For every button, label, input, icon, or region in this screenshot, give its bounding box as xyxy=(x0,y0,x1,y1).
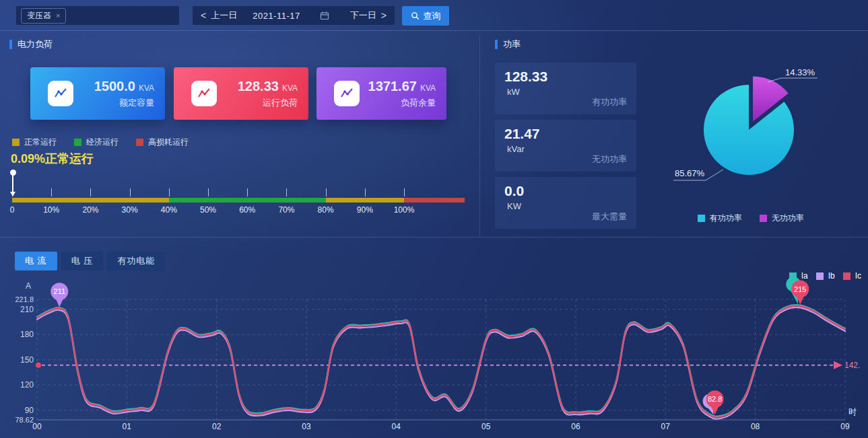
tab-active-energy[interactable]: 有功电能 xyxy=(107,252,165,270)
active-power-label: 有功功率 xyxy=(592,96,627,108)
run-legend-item-1[interactable]: 经济运行 xyxy=(74,137,119,148)
power-load-title: 电力负荷 xyxy=(9,38,53,50)
tag-close-icon[interactable]: × xyxy=(56,11,60,20)
load-rate-status-text: 0.09%正常运行 xyxy=(11,151,94,167)
gauge-tick-label: 20% xyxy=(75,205,105,215)
gauge-tick xyxy=(130,188,131,196)
gauge-tick xyxy=(247,188,248,196)
run-legend-item-2[interactable]: 高损耗运行 xyxy=(136,137,189,148)
pie-slice-percent: 14.33% xyxy=(785,67,815,77)
gauge-segment xyxy=(169,198,326,203)
markline-dot xyxy=(36,363,41,368)
gauge-tick xyxy=(404,188,405,196)
active-power-value: 128.33 xyxy=(504,69,627,85)
gauge-segment xyxy=(326,198,404,203)
filter-tag-chip[interactable]: 变压器 × xyxy=(21,8,66,24)
title-accent-bar xyxy=(9,40,12,49)
gauge-tick-label: 100% xyxy=(389,205,419,215)
current-line-chart[interactable]: A78.6290120150180210221.8000102030405060… xyxy=(0,272,868,438)
load-rate-gauge: 010%20%30%40%50%60%70%80%90%100% xyxy=(12,170,483,218)
x-tick-label: 01 xyxy=(123,422,132,431)
chevron-left-icon[interactable]: < xyxy=(201,10,206,21)
y-tick-label: 180 xyxy=(20,330,34,339)
section-divider xyxy=(0,237,868,238)
rated-capacity-unit: KVA xyxy=(139,83,154,93)
active-power-unit: kW xyxy=(507,87,627,97)
gauge-segment xyxy=(12,198,169,203)
gauge-tick-label: 50% xyxy=(193,205,223,215)
running-load-label: 运行负荷 xyxy=(238,97,298,109)
gauge-tick-label: 30% xyxy=(115,205,145,215)
load-margin-value: 1371.67 xyxy=(368,79,417,94)
gauge-tick-label: 80% xyxy=(311,205,341,215)
power-panel-title: 功率 xyxy=(495,38,521,50)
date-navigator: < 上一日 2021-11-17 下一日 > xyxy=(193,6,395,25)
gauge-tick xyxy=(208,188,209,196)
tab-current[interactable]: 电 流 xyxy=(15,252,57,270)
search-icon xyxy=(411,11,420,20)
gauge-segment xyxy=(404,198,465,203)
x-tick-label: 09 xyxy=(840,422,850,431)
x-tick-label: 06 xyxy=(571,422,580,431)
running-load-value: 128.33 xyxy=(238,79,279,94)
legend-swatch xyxy=(12,139,20,146)
y-tick-label: 221.8 xyxy=(15,295,34,303)
y-axis-unit: A xyxy=(26,281,31,291)
reactive-power-unit: kVar xyxy=(507,144,627,154)
pie-legend-item-1[interactable]: 无功功率 xyxy=(760,213,804,224)
next-day-button[interactable]: 下一日 xyxy=(350,9,376,22)
marker-pin-label: 215 xyxy=(794,285,806,293)
gauge-tick xyxy=(326,188,327,196)
markline-arrow xyxy=(834,361,842,369)
running-load-unit: KVA xyxy=(282,83,298,93)
gauge-tick xyxy=(286,188,287,196)
reactive-power-value: 21.47 xyxy=(504,126,627,142)
tab-voltage[interactable]: 电 压 xyxy=(61,252,104,270)
power-ratio-pie-chart[interactable]: 14.33%85.67% xyxy=(667,37,868,232)
gauge-tick xyxy=(169,188,170,196)
series-line-Ib xyxy=(37,307,845,419)
load-margin-unit: KVA xyxy=(420,83,436,93)
rated-capacity-label: 额定容量 xyxy=(94,97,154,109)
running-load-card: 128.33KVA 运行负荷 xyxy=(174,67,308,120)
y-tick-label: 78.62 xyxy=(15,416,34,424)
pie-legend-item-0[interactable]: 有功功率 xyxy=(698,213,742,224)
legend-swatch xyxy=(74,139,81,146)
reactive-power-label: 无功功率 xyxy=(592,153,627,166)
max-demand-card: 0.0 KW 最大需量 xyxy=(495,177,636,229)
x-tick-label: 07 xyxy=(661,422,671,431)
title-accent-bar xyxy=(495,40,498,49)
y-tick-label: 90 xyxy=(25,406,34,415)
prev-day-button[interactable]: 上一日 xyxy=(211,9,237,22)
pie-slice-percent: 85.67% xyxy=(675,168,705,178)
marker-pin-label: 211 xyxy=(54,287,66,295)
query-button-label: 查询 xyxy=(424,10,441,22)
gauge-tick-label: 90% xyxy=(350,205,380,215)
chart-line-icon xyxy=(48,81,73,106)
marker-pin-label: 82.8 xyxy=(708,395,722,403)
gauge-tick-label: 10% xyxy=(36,205,66,215)
rated-capacity-card: 1500.0KVA 额定容量 xyxy=(30,67,165,120)
x-tick-label: 02 xyxy=(212,422,222,431)
y-tick-label: 120 xyxy=(20,380,34,390)
x-axis-unit: 时 xyxy=(848,407,857,416)
run-legend-item-0[interactable]: 正常运行 xyxy=(12,137,57,148)
x-tick-label: 04 xyxy=(392,422,401,431)
gauge-tick-label: 60% xyxy=(232,205,262,215)
load-margin-label: 负荷余量 xyxy=(368,97,436,109)
legend-swatch xyxy=(760,215,767,222)
chart-line-icon xyxy=(334,81,360,106)
query-button[interactable]: 查询 xyxy=(402,6,449,26)
device-filter-input[interactable]: 变压器 × xyxy=(16,6,179,25)
date-picker-value[interactable]: 2021-11-17 xyxy=(253,11,300,21)
top-toolbar: 变压器 × < 上一日 2021-11-17 下一日 > 查询 xyxy=(0,0,868,31)
rated-capacity-value: 1500.0 xyxy=(94,79,135,94)
chevron-right-icon[interactable]: > xyxy=(381,10,387,21)
series-line-Ic xyxy=(37,305,845,417)
chart-line-icon xyxy=(191,81,217,106)
series-line-Ia xyxy=(37,305,845,416)
metric-tabs: 电 流电 压有功电能 xyxy=(15,252,165,270)
max-demand-value: 0.0 xyxy=(504,183,627,199)
x-tick-label: 00 xyxy=(32,422,42,431)
calendar-icon[interactable] xyxy=(320,11,329,20)
